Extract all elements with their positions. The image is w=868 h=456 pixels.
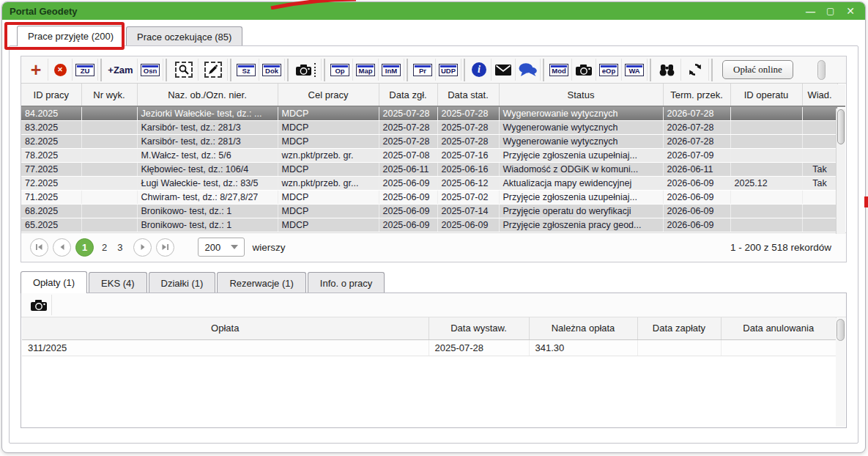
toolbar-separator xyxy=(166,59,167,81)
zam-button[interactable]: +Zam xyxy=(104,59,138,81)
info-button[interactable]: i xyxy=(467,59,492,81)
tab-prace-przyjete[interactable]: Prace przyjęte (200) xyxy=(17,26,125,46)
inm-button[interactable]: InM xyxy=(379,59,404,81)
table-row[interactable]: 83.2025 Karsibór- test, dz.: 281/3 MDCP … xyxy=(21,120,837,134)
camera-selection-button[interactable] xyxy=(291,59,322,81)
mail-button[interactable] xyxy=(492,59,516,81)
payment-row[interactable]: 311/2025 2025-07-28 341.30 xyxy=(22,339,837,356)
pay-online-button[interactable]: Opłać online xyxy=(722,60,793,79)
col-wiad[interactable]: Wiad. xyxy=(802,84,837,106)
refresh-button[interactable] xyxy=(681,59,709,81)
table-row[interactable]: 82.2025 Karsibór- test, dz.: 281/3 MDCP … xyxy=(21,134,837,148)
scrollbar-thumb[interactable] xyxy=(837,109,845,144)
page-1-active[interactable]: 1 xyxy=(75,238,94,257)
tab-info-o-pracy[interactable]: Info. o pracy xyxy=(308,272,385,293)
close-icon[interactable]: ✕ xyxy=(846,6,855,16)
dok-icon: Dok xyxy=(262,64,281,76)
detail-tab-strip: Opłaty (1) EKS (4) Działki (1) Rezerwacj… xyxy=(21,271,385,293)
detail-panel: Opłata Data wystaw. Należna opłata Data … xyxy=(21,293,847,428)
search-button[interactable] xyxy=(653,59,681,81)
sz-icon: Sz xyxy=(237,64,256,76)
col-data-stat[interactable]: Data stat. xyxy=(437,84,499,106)
main-tab-strip: Prace przyjęte (200) Prace oczekujące (8… xyxy=(9,26,858,46)
add-work-button[interactable]: + xyxy=(24,59,48,81)
zu-button[interactable]: ZU xyxy=(73,59,98,81)
magnifier-icon xyxy=(175,62,193,78)
cancel-work-button[interactable]: ✕ xyxy=(48,59,73,81)
col-data-wystaw[interactable]: Data wystaw. xyxy=(429,317,529,339)
prev-page-button[interactable] xyxy=(53,238,71,257)
map-button[interactable]: Map xyxy=(353,59,379,81)
dok-button[interactable]: Dok xyxy=(259,59,285,81)
eop-button[interactable]: eOp xyxy=(596,59,622,81)
maximize-icon[interactable]: ▢ xyxy=(826,7,834,15)
tab-oplaty[interactable]: Opłaty (1) xyxy=(21,271,87,293)
first-page-button[interactable] xyxy=(30,238,48,257)
circle-x-icon: ✕ xyxy=(54,64,67,76)
header-cap xyxy=(836,84,845,107)
col-data-anulowania[interactable]: Data anulowania xyxy=(721,317,837,339)
title-bar: Portal Geodety — ▢ ✕ xyxy=(2,2,865,20)
op-button[interactable]: Op xyxy=(327,59,353,81)
tab-dzialki[interactable]: Działki (1) xyxy=(149,272,216,293)
table-row[interactable]: 68.2025 Bronikowo- test, dz.: 1 MDCP 202… xyxy=(21,204,837,218)
last-page-button[interactable] xyxy=(156,238,174,257)
minimize-icon[interactable]: — xyxy=(806,7,815,16)
records-summary: 1 - 200 z 518 rekordów xyxy=(730,242,837,253)
toolbar-scroll-thumb[interactable] xyxy=(817,60,826,80)
next-page-button[interactable] xyxy=(133,238,152,257)
sz-button[interactable]: Sz xyxy=(234,59,259,81)
toolbar-separator xyxy=(543,59,544,81)
col-naz-ob[interactable]: Naz. ob./Ozn. nier. xyxy=(137,84,278,106)
osn-button[interactable]: Osn xyxy=(138,59,163,81)
col-data-zgl[interactable]: Data zgł. xyxy=(379,84,437,106)
col-id-pracy[interactable]: ID pracy xyxy=(21,84,81,106)
tab-prace-oczekujace[interactable]: Prace oczekujące (85) xyxy=(126,26,242,46)
table-row[interactable]: 84.2025 Jeziorki Wałeckie- test, dz.: ..… xyxy=(21,106,837,120)
col-cel-pracy[interactable]: Cel pracy xyxy=(278,84,379,106)
works-table: ID pracy Nr wyk. Naz. ob./Ozn. nier. Cel… xyxy=(21,84,838,232)
scrollbar-thumb[interactable] xyxy=(837,319,845,341)
camera-icon xyxy=(31,299,47,312)
table-row[interactable]: 72.2025 Ługi Wałeckie- test, dz.: 83/5 w… xyxy=(21,176,837,190)
col-status[interactable]: Status xyxy=(499,84,663,106)
payments-table: Opłata Data wystaw. Należna opłata Data … xyxy=(22,317,837,356)
pagination-bar: 1 2 3 200 wierszy 1 - 200 z 518 rekordów xyxy=(21,232,846,262)
page-2-link[interactable]: 2 xyxy=(102,242,107,253)
col-oplata[interactable]: Opłata xyxy=(22,317,429,339)
table-row[interactable]: 71.2025 Chwiram- test, dz.: 8/27,8/27 MD… xyxy=(21,190,837,204)
tab-eks[interactable]: EKS (4) xyxy=(89,272,147,293)
col-nr-wyk[interactable]: Nr wyk. xyxy=(81,84,137,106)
zoom-selection-button[interactable] xyxy=(169,59,199,81)
page-3-link[interactable]: 3 xyxy=(117,242,122,253)
col-term-przek[interactable]: Term. przek. xyxy=(663,84,730,106)
grid-vertical-scrollbar[interactable] xyxy=(836,109,845,234)
page-size-select[interactable]: 200 xyxy=(198,238,245,257)
toolbar-separator xyxy=(230,59,231,81)
pr-icon: Pr xyxy=(413,64,432,76)
edit-selection-button[interactable] xyxy=(199,59,228,81)
table-row[interactable]: 78.2025 M.Wałcz- test, dz.: 5/6 wzn.pkt/… xyxy=(21,148,837,162)
chat-button[interactable] xyxy=(516,59,541,81)
zam-icon: +Zam xyxy=(108,65,133,76)
info-icon: i xyxy=(472,62,486,77)
camera-button[interactable] xyxy=(572,59,596,81)
col-data-zaplaty[interactable]: Data zapłaty xyxy=(637,317,721,339)
udp-button[interactable]: UDP xyxy=(436,59,461,81)
col-nalezna-oplata[interactable]: Należna opłata xyxy=(529,317,637,339)
toolbar-separator xyxy=(407,59,408,81)
toolbar: + ✕ ZU +Zam Osn Sz xyxy=(21,56,846,84)
pr-button[interactable]: Pr xyxy=(410,59,436,81)
udp-icon: UDP xyxy=(439,64,458,76)
col-id-operatu[interactable]: ID operatu xyxy=(730,84,802,106)
map-icon: Map xyxy=(356,64,375,76)
mod-button[interactable]: Mod xyxy=(546,59,572,81)
detail-camera-button[interactable] xyxy=(26,295,52,315)
detail-vertical-scrollbar[interactable] xyxy=(836,318,845,427)
tab-rezerwacje[interactable]: Rezerwacje (1) xyxy=(217,272,305,293)
table-row[interactable]: 77.2025 Kłębowiec- test, dz.: 106/4 MDCP… xyxy=(21,162,837,176)
wa-button[interactable]: WA xyxy=(622,59,648,81)
osn-icon: Osn xyxy=(141,64,160,76)
table-row[interactable]: 65.2025 Bronikowo- test, dz.: 1 MDCP 202… xyxy=(21,218,837,232)
camera-dashed-icon xyxy=(296,63,316,77)
